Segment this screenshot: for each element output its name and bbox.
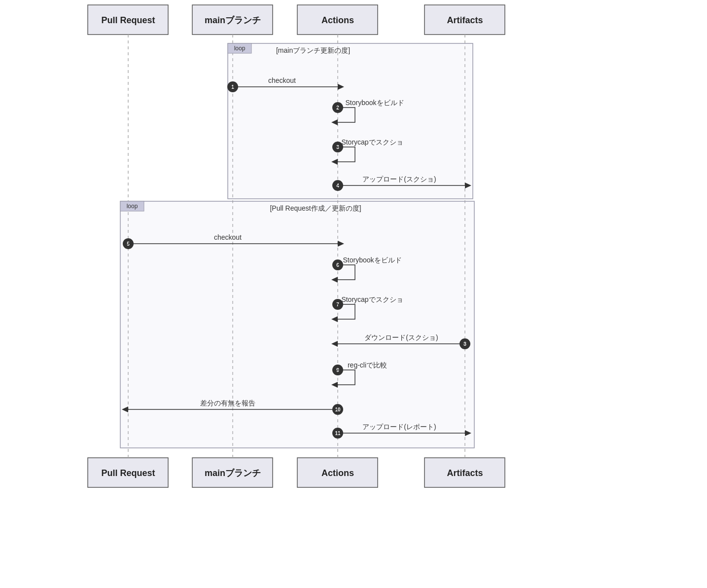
step6-self-arrow — [338, 265, 355, 280]
step7-self-arrow — [338, 304, 355, 319]
diagram-container: Pull Request mainブランチ Actions Artifacts … — [0, 0, 707, 588]
step9-num: 9 — [336, 368, 339, 373]
step10-arrowhead — [122, 406, 128, 412]
step2-arrowhead — [331, 119, 338, 125]
step9-label: reg-cliで比較 — [348, 361, 387, 369]
step8-label: ダウンロード(スクショ) — [364, 333, 438, 341]
step1-label: checkout — [268, 76, 296, 84]
loop1-box — [228, 43, 473, 199]
step5-arrowhead — [338, 241, 344, 247]
step2-circle — [332, 102, 343, 113]
step4-num: 4 — [336, 183, 339, 188]
step11-num: 11 — [335, 431, 341, 436]
step3-num: 3 — [336, 145, 339, 150]
svg-rect-5 — [192, 458, 273, 487]
loop2-tag-bg — [120, 201, 144, 211]
step1-num: 1 — [231, 84, 234, 90]
actor-artifacts-top: Artifacts — [447, 15, 483, 25]
step7-circle — [332, 299, 343, 310]
step5-circle — [123, 238, 134, 249]
step8-circle — [460, 338, 470, 349]
step11-label: アップロード(レポート) — [362, 423, 436, 431]
svg-rect-0 — [88, 5, 168, 35]
svg-rect-7 — [424, 458, 505, 487]
step1-circle — [227, 81, 238, 92]
step9-circle — [332, 365, 343, 375]
step5-num: 5 — [127, 241, 130, 247]
step7-arrowhead — [331, 316, 338, 322]
step2-self-arrow — [338, 108, 355, 122]
step6-label: Storybookをビルド — [343, 256, 401, 264]
svg-rect-4 — [88, 458, 168, 487]
step7-label: Storycapでスクショ — [341, 295, 403, 303]
loop2-tag-label: loop — [127, 203, 138, 210]
actor-main-branch-top: mainブランチ — [205, 15, 261, 25]
diagram-svg: Pull Request mainブランチ Actions Artifacts … — [0, 0, 707, 588]
step3-label: Storycapでスクショ — [341, 138, 403, 146]
actor-actions-top: Actions — [321, 15, 354, 25]
step9-arrowhead — [331, 382, 338, 388]
step3-arrowhead — [331, 159, 338, 165]
step11-arrowhead — [465, 430, 471, 436]
loop2-condition: [Pull Request作成／更新の度] — [270, 204, 361, 212]
actor-pull-request-top: Pull Request — [101, 15, 155, 25]
step5-label: checkout — [214, 233, 242, 241]
step8-num: 8 — [463, 341, 466, 347]
step6-arrowhead — [331, 277, 338, 283]
step6-circle — [332, 259, 343, 270]
svg-rect-1 — [192, 5, 273, 35]
step10-circle — [332, 404, 343, 415]
step4-label: アップロード(スクショ) — [362, 175, 436, 183]
step10-num: 10 — [335, 407, 341, 412]
step4-arrowhead — [465, 183, 471, 188]
step3-circle — [332, 142, 343, 152]
step1-arrowhead — [338, 84, 344, 90]
step2-num: 2 — [336, 105, 339, 110]
loop2-box — [120, 201, 474, 448]
step10-label: 差分の有無を報告 — [200, 399, 255, 407]
actor-artifacts-bottom: Artifacts — [447, 468, 483, 478]
svg-rect-2 — [297, 5, 378, 35]
step4-circle — [332, 180, 343, 191]
step11-circle — [332, 428, 343, 439]
step2-label: Storybookをビルド — [345, 99, 404, 107]
actor-pull-request-bottom: Pull Request — [101, 468, 155, 478]
step3-self-arrow — [338, 147, 355, 162]
svg-rect-6 — [297, 458, 378, 487]
actor-actions-bottom: Actions — [321, 468, 354, 478]
actor-main-branch-bottom: mainブランチ — [205, 468, 261, 478]
loop1-tag-bg — [228, 43, 251, 53]
loop1-condition: [mainブランチ更新の度] — [276, 46, 350, 54]
loop1-tag-label: loop — [234, 45, 246, 52]
step6-num: 6 — [336, 262, 339, 268]
svg-rect-3 — [424, 5, 505, 35]
step7-num: 7 — [336, 302, 339, 307]
step9-self-arrow — [338, 370, 355, 385]
step8-arrowhead — [331, 341, 338, 347]
